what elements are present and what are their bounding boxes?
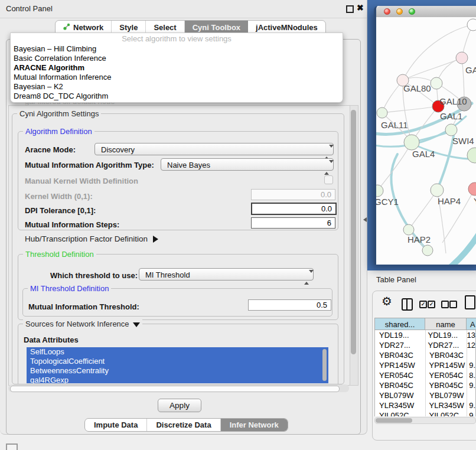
node-label: SWI4 xyxy=(452,136,474,146)
node-unlabeled[interactable] xyxy=(467,148,476,163)
list-item[interactable]: SelfLoops xyxy=(27,347,328,357)
mi-threshold-input[interactable]: 0.5 xyxy=(248,299,331,311)
gear-icon[interactable]: ⚙ xyxy=(382,295,392,308)
float-panel-icon[interactable] xyxy=(346,5,354,13)
docked-panel-icon[interactable] xyxy=(6,444,18,450)
tab-discretize-data[interactable]: Discretize Data xyxy=(147,419,220,431)
node-GAL10[interactable] xyxy=(431,77,442,89)
list-item[interactable]: BetweennessCentrality xyxy=(27,366,328,376)
list-item[interactable]: TopologicalCoefficient xyxy=(27,357,328,366)
node-GCY1[interactable] xyxy=(376,185,383,197)
hub-definition-expander[interactable]: Hub/Transcription Factor Definition xyxy=(25,234,158,243)
split-pane-collapse-icon[interactable] xyxy=(363,217,367,222)
aracne-mode-select[interactable]: Discovery xyxy=(94,143,334,155)
algorithm-option[interactable]: Bayesian – K2 xyxy=(11,82,343,92)
cell[interactable]: 8. xyxy=(466,371,475,380)
node-label: Y xyxy=(474,196,476,206)
collapse-down-icon[interactable] xyxy=(133,322,140,327)
network-canvas[interactable]: GAL80 GAL10 GAL1 GAL11 SWI4 GAL4 GCY1 HA… xyxy=(376,17,476,265)
node-GAL4[interactable] xyxy=(404,135,419,150)
screen: Control Panel ✖ gal-filtered sif default… xyxy=(0,0,476,450)
document-icon[interactable] xyxy=(465,295,475,309)
node-HAP2[interactable] xyxy=(403,224,414,235)
data-attributes-label: Data Attributes xyxy=(24,335,79,344)
mi-algorithm-type-label: Mutual Information Algorithm Type: xyxy=(25,161,154,169)
minimize-window-icon[interactable] xyxy=(396,8,403,15)
mi-threshold-label: Mutual Information Threshold: xyxy=(28,302,139,311)
close-panel-icon[interactable]: ✖ xyxy=(357,3,364,12)
algorithm-dropdown-placeholder: Select algorithm to view settings xyxy=(11,33,343,44)
which-threshold-select[interactable]: MI Threshold xyxy=(139,268,314,281)
cell[interactable]: 13 xyxy=(464,331,475,340)
column-header-shared[interactable]: shared... xyxy=(374,318,425,330)
close-window-icon[interactable] xyxy=(384,8,390,15)
cell[interactable]: YLR345W xyxy=(425,401,467,410)
cell[interactable]: 12 xyxy=(464,341,475,350)
cell[interactable]: YDR27... xyxy=(375,341,424,350)
vertical-scrollbar-thumb[interactable] xyxy=(351,110,356,354)
checked-checkbox-icon[interactable]: ✓ xyxy=(428,301,435,308)
unchecked-checkbox-icon[interactable] xyxy=(441,301,449,308)
node-unlabeled[interactable] xyxy=(467,19,476,31)
mi-algorithm-type-value: Naive Bayes xyxy=(167,161,210,169)
cell[interactable]: YLR345W xyxy=(375,401,425,410)
cell[interactable]: YBR045C xyxy=(375,381,425,390)
cell[interactable]: YDR27... xyxy=(424,341,464,350)
node-Y-partial[interactable] xyxy=(468,182,476,195)
tab-impute-data[interactable]: Impute Data xyxy=(85,419,147,431)
cell[interactable]: YDL19... xyxy=(424,331,464,340)
columns-icon[interactable] xyxy=(402,298,413,311)
cell[interactable]: YBL079W xyxy=(425,391,467,400)
node-HAP4[interactable] xyxy=(431,184,444,197)
cell[interactable]: YPR145W xyxy=(425,361,467,370)
algorithm-option[interactable]: Basic Correlation Inference xyxy=(11,54,343,63)
node-table: YDL19...YDL19...13 YDR27...YDR27...12 YB… xyxy=(374,330,476,416)
cell[interactable]: YER054C xyxy=(425,371,467,380)
mi-algorithm-type-select[interactable]: Naive Bayes xyxy=(161,158,334,171)
column-header-partial[interactable]: A xyxy=(466,318,476,330)
table-horizontal-scrollbar-thumb[interactable] xyxy=(376,418,412,423)
algorithm-option-highlighted[interactable]: ARACNE Algorithm xyxy=(11,63,343,73)
group-title: MI Threshold Definition xyxy=(28,284,111,293)
cell[interactable]: YBR045C xyxy=(425,381,467,390)
cell[interactable]: YBL079W xyxy=(375,391,425,400)
cell[interactable]: YIL052C xyxy=(425,411,467,416)
mi-steps-input[interactable]: 6 xyxy=(251,217,335,229)
node-GAL-partial[interactable] xyxy=(456,52,468,64)
dpi-tolerance-input[interactable]: 0.0 xyxy=(251,203,337,215)
network-window-titlebar[interactable] xyxy=(376,6,476,18)
horizontal-scrollbar-thumb[interactable] xyxy=(10,386,340,392)
cell[interactable]: YDL19... xyxy=(375,331,424,340)
group-title: Threshold Definition xyxy=(23,250,96,259)
kernel-width-input[interactable]: 0.0 xyxy=(251,189,335,200)
cell[interactable]: YBR043C xyxy=(425,351,467,360)
node-GAL11[interactable] xyxy=(377,107,387,118)
table-panel-title: Table Panel xyxy=(376,275,416,284)
cell[interactable]: YIL052C xyxy=(375,411,425,416)
algorithm-option[interactable]: Dream8 DC_TDC Algorithm xyxy=(11,92,343,101)
node-unlabeled[interactable] xyxy=(422,245,433,256)
list-scrollbar-thumb[interactable] xyxy=(322,349,327,381)
node-label: GAL11 xyxy=(381,120,408,130)
algorithm-option[interactable]: Bayesian – Hill Climbing xyxy=(11,44,343,54)
tab-infer-network[interactable]: Infer Network xyxy=(221,419,288,431)
apply-button[interactable]: Apply xyxy=(158,399,201,412)
checked-checkbox-icon[interactable]: ✓ xyxy=(419,301,427,308)
zoom-window-icon[interactable] xyxy=(409,8,415,15)
node-SWI4[interactable] xyxy=(445,124,457,136)
list-item[interactable]: gal4RGexp xyxy=(27,376,328,383)
unchecked-checkbox-icon[interactable] xyxy=(449,301,457,308)
cell[interactable]: YBR043C xyxy=(375,351,425,360)
cell[interactable]: YPR145W xyxy=(375,361,425,370)
algorithm-option[interactable]: Mutual Information Inference xyxy=(11,73,343,82)
manual-kernel-checkbox[interactable] xyxy=(324,175,333,184)
node-label: GCY1 xyxy=(376,197,399,207)
cell[interactable]: YER054C xyxy=(375,371,425,380)
cell[interactable]: 9. xyxy=(466,381,475,390)
node-label: GAL1 xyxy=(440,111,462,121)
cell[interactable]: 9. xyxy=(466,361,475,370)
cell[interactable]: 9. xyxy=(466,401,475,410)
cell[interactable]: 9. xyxy=(466,411,475,416)
column-header-name[interactable]: name xyxy=(425,318,467,330)
stepper-icon xyxy=(324,146,330,158)
